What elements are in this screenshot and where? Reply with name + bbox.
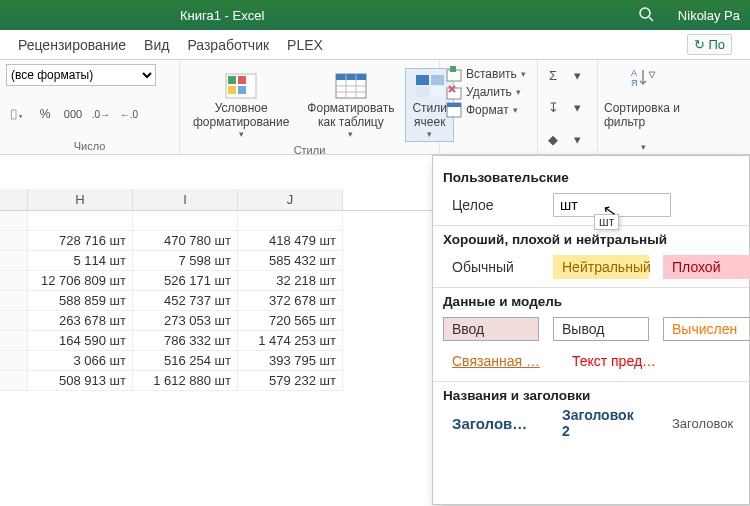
style-user-whole[interactable]: Целое: [443, 193, 539, 217]
editing-group: Σ ▾ ↧ ▾ ◆ ▾: [538, 60, 598, 154]
styles-group: Условное форматирование ▾ Форматировать …: [180, 60, 440, 154]
format-cells-button[interactable]: Формат ▾: [446, 102, 531, 118]
style-linked-cell[interactable]: Связанная …: [443, 349, 549, 373]
clear-icon[interactable]: ◆: [542, 130, 564, 148]
user-name[interactable]: Nikolay Pa: [658, 8, 740, 23]
styles-section-headings: Названия и заголовки: [443, 388, 739, 403]
styles-section-gbq: Хороший, плохой и нейтральный: [443, 232, 739, 247]
svg-rect-6: [238, 86, 246, 94]
title-bar: Книга1 - Excel Nikolay Pa: [0, 0, 750, 30]
style-output[interactable]: Вывод: [553, 317, 649, 341]
style-bad[interactable]: Плохой: [663, 255, 750, 279]
number-format-group: (все форматы) ⌷▾ % 000 .0→ ←.0 Число: [0, 60, 180, 154]
svg-rect-13: [416, 75, 429, 85]
conditional-formatting-button[interactable]: Условное форматирование ▾: [186, 68, 296, 142]
style-normal[interactable]: Обычный: [443, 255, 539, 279]
clear-menu[interactable]: ▾: [566, 130, 588, 148]
delete-cells-button[interactable]: Удалить ▾: [446, 84, 531, 100]
svg-rect-18: [450, 66, 456, 72]
style-heading-2[interactable]: Заголовок 2: [553, 411, 649, 435]
svg-line-1: [649, 17, 653, 21]
col-h[interactable]: H: [28, 189, 133, 210]
col-j[interactable]: J: [238, 189, 343, 210]
ribbon: (все форматы) ⌷▾ % 000 .0→ ←.0 Число Усл…: [0, 60, 750, 155]
tab-plex[interactable]: PLEX: [287, 33, 323, 57]
share-button[interactable]: ↻ По: [687, 34, 732, 55]
tab-review[interactable]: Рецензирование: [18, 33, 126, 57]
number-format-select[interactable]: (все форматы): [6, 64, 156, 86]
app-title: Книга1 - Excel: [10, 8, 634, 23]
autosum-icon[interactable]: Σ: [542, 66, 564, 84]
accounting-icon[interactable]: ⌷▾: [6, 104, 28, 124]
style-calculation[interactable]: Вычислен: [663, 317, 750, 341]
group-label-number: Число: [6, 138, 173, 152]
fill-icon[interactable]: ↧: [542, 98, 564, 116]
svg-rect-15: [416, 87, 429, 97]
percent-icon[interactable]: %: [34, 104, 56, 124]
cells-group: Вставить ▾ Удалить ▾ Формат ▾: [440, 60, 538, 154]
search-icon[interactable]: [634, 6, 658, 25]
svg-rect-5: [228, 86, 236, 94]
svg-point-0: [640, 8, 650, 18]
insert-cells-button[interactable]: Вставить ▾: [446, 66, 531, 82]
svg-text:Я: Я: [631, 78, 638, 88]
tab-developer[interactable]: Разработчик: [187, 33, 269, 57]
style-neutral[interactable]: Нейтральный: [553, 255, 649, 279]
decrease-decimal-icon[interactable]: ←.0: [118, 104, 140, 124]
tab-view[interactable]: Вид: [144, 33, 169, 57]
style-heading-1[interactable]: Заголов…: [443, 411, 539, 435]
comma-icon[interactable]: 000: [62, 104, 84, 124]
styles-section-data: Данные и модель: [443, 294, 739, 309]
style-input[interactable]: Ввод: [443, 317, 539, 341]
svg-rect-23: [447, 103, 461, 107]
svg-rect-4: [238, 76, 246, 84]
styles-section-user: Пользовательские: [443, 170, 739, 185]
group-label-styles: Стили: [186, 142, 433, 156]
col-i[interactable]: I: [133, 189, 238, 210]
autosum-menu[interactable]: ▾: [566, 66, 588, 84]
sort-filter-group[interactable]: AЯ Сортировка и фильтр▾: [598, 60, 688, 154]
format-as-table-button[interactable]: Форматировать как таблицу ▾: [300, 68, 401, 142]
style-warning-text[interactable]: Текст пред…: [563, 349, 665, 373]
svg-rect-3: [228, 76, 236, 84]
style-heading-3[interactable]: Заголовок: [663, 411, 750, 435]
cell-styles-dropdown[interactable]: Пользовательские Целое Хороший, плохой и…: [432, 155, 750, 505]
svg-rect-8: [336, 74, 366, 80]
fill-menu[interactable]: ▾: [566, 98, 588, 116]
ribbon-tabs: Рецензирование Вид Разработчик PLEX ↻ По: [0, 30, 750, 60]
svg-text:A: A: [631, 68, 637, 78]
increase-decimal-icon[interactable]: .0→: [90, 104, 112, 124]
